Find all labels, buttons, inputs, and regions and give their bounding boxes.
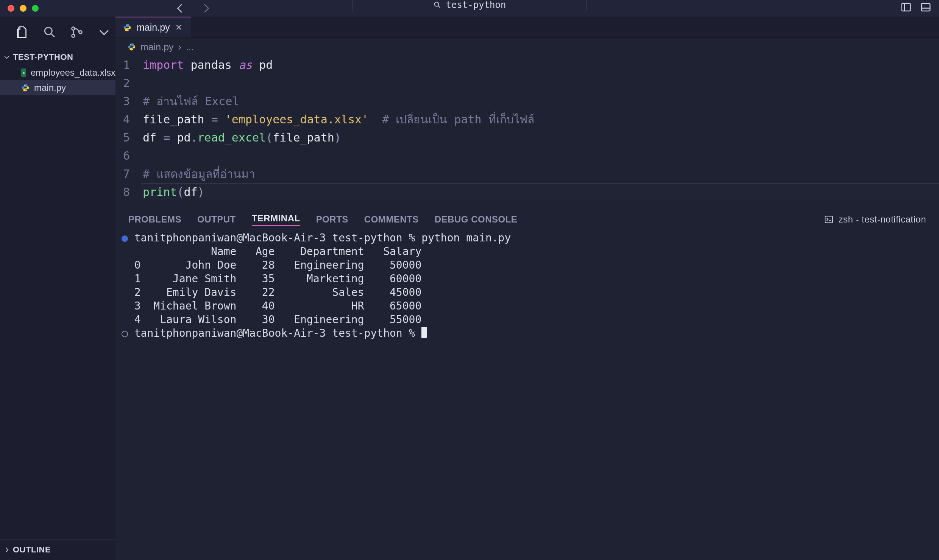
terminal-type: zsh - test-notification [838, 214, 926, 225]
svg-rect-2 [922, 3, 930, 11]
search-icon [433, 1, 441, 9]
file-name: employees_data.xlsx [31, 67, 115, 78]
svg-point-5 [72, 34, 75, 37]
python-icon [123, 23, 131, 32]
back-button[interactable] [174, 2, 186, 14]
bottom-panel: PROBLEMSOUTPUTTERMINALPORTSCOMMENTSDEBUG… [115, 209, 939, 560]
sidebar: TEST-PYTHON xemployees_data.xlsxmain.py … [0, 17, 115, 560]
nav-arrows [174, 2, 212, 14]
svg-rect-13 [825, 216, 833, 222]
excel-icon: x [21, 68, 26, 77]
chevron-down-icon[interactable] [97, 25, 111, 42]
tab-label: main.py [137, 22, 170, 33]
file-name: main.py [34, 82, 66, 93]
file-tree: xemployees_data.xlsxmain.py [0, 65, 115, 95]
explorer-section-header[interactable]: TEST-PYTHON [0, 48, 115, 65]
maximize-window-button[interactable] [32, 5, 39, 12]
chevron-down-icon [3, 53, 11, 61]
breadcrumb-more: ... [186, 42, 194, 53]
command-center[interactable]: test-python [352, 0, 587, 12]
svg-point-11 [130, 44, 131, 45]
file-item[interactable]: xemployees_data.xlsx [0, 65, 115, 80]
svg-point-7 [24, 85, 25, 86]
title-bar: test-python [0, 0, 939, 17]
code-body[interactable]: import pandas as pd # อ่านไฟล์ Excelfile… [143, 56, 939, 201]
explorer-icon[interactable] [15, 25, 30, 42]
breadcrumb[interactable]: main.py › ... [115, 38, 939, 56]
python-icon [21, 84, 30, 92]
chevron-right-icon [3, 546, 11, 554]
breadcrumb-file: main.py [140, 42, 174, 53]
source-control-icon[interactable] [70, 25, 84, 42]
minimize-window-button[interactable] [20, 5, 27, 12]
outline-label: OUTLINE [13, 545, 51, 555]
toggle-panel-icon[interactable] [920, 2, 931, 15]
terminal[interactable]: ● tanitphonpaniwan@MacBook-Air-3 test-py… [115, 230, 939, 560]
panel-tab-ports[interactable]: PORTS [316, 214, 348, 225]
svg-point-10 [128, 30, 129, 30]
terminal-info[interactable]: zsh - test-notification [824, 214, 926, 225]
close-window-button[interactable] [8, 5, 14, 12]
close-tab-button[interactable]: ✕ [175, 23, 182, 33]
layout-controls [900, 2, 931, 15]
terminal-icon [824, 215, 834, 224]
search-activity-icon[interactable] [42, 25, 57, 42]
panel-tab-output[interactable]: OUTPUT [197, 214, 236, 225]
svg-point-6 [79, 31, 82, 34]
line-gutter: 12345678 [123, 56, 143, 201]
panel-tabs: PROBLEMSOUTPUTTERMINALPORTSCOMMENTSDEBUG… [115, 209, 939, 230]
panel-tab-terminal[interactable]: TERMINAL [252, 213, 300, 226]
svg-point-3 [45, 27, 52, 34]
svg-rect-1 [902, 3, 911, 11]
activity-bar [0, 17, 115, 48]
panel-tab-debug-console[interactable]: DEBUG CONSOLE [435, 214, 518, 225]
outline-section-header[interactable]: OUTLINE [0, 539, 115, 560]
svg-point-0 [434, 2, 438, 6]
tab-main-py[interactable]: main.py ✕ [115, 17, 191, 37]
svg-point-9 [126, 25, 126, 25]
panel-tab-comments[interactable]: COMMENTS [364, 214, 419, 225]
forward-button[interactable] [200, 2, 212, 14]
code-editor[interactable]: 12345678 import pandas as pd # อ่านไฟล์ … [115, 56, 939, 201]
svg-point-8 [26, 90, 27, 91]
svg-point-4 [72, 27, 75, 30]
window-controls [8, 5, 39, 12]
file-item[interactable]: main.py [0, 80, 115, 95]
editor-area: main.py ✕ main.py › ... 12345678 import … [115, 17, 939, 560]
search-text: test-python [446, 0, 506, 10]
tab-strip: main.py ✕ [115, 17, 939, 38]
python-icon [128, 43, 136, 51]
chevron-right-icon: › [178, 42, 181, 53]
project-name: TEST-PYTHON [13, 52, 73, 62]
panel-tab-problems[interactable]: PROBLEMS [128, 214, 181, 225]
svg-point-12 [133, 49, 133, 50]
toggle-sidebar-icon[interactable] [900, 2, 912, 15]
